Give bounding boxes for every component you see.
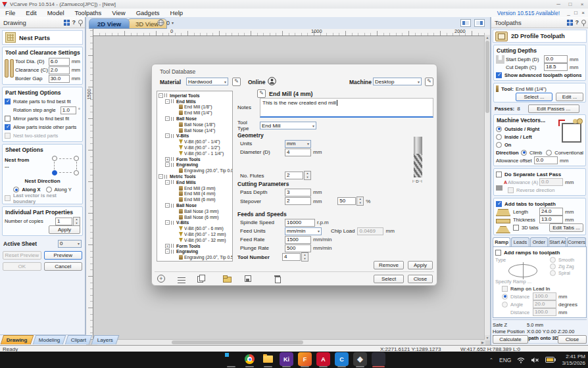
tree-item[interactable]: - Metric Tools (157, 173, 232, 179)
mirror-parts-checkbox[interactable] (5, 116, 11, 122)
edit-passes-button[interactable]: Edit Passes ... (528, 104, 579, 113)
add-tabs-checkbox[interactable] (496, 201, 502, 207)
tree-item[interactable]: Engraving (20.0°, Tip 0.5 - 6 (157, 254, 232, 260)
tree-expander-icon[interactable]: - (165, 116, 170, 121)
dock-right-panel-button[interactable] (474, 19, 485, 27)
calculate-button[interactable]: Calculate (493, 335, 528, 344)
toolpath-close-button[interactable]: Close (558, 335, 587, 344)
tree-expander-icon[interactable]: - (159, 93, 163, 98)
windows-start-icon[interactable] (224, 352, 238, 366)
tab-clipart[interactable]: Clipart (65, 335, 93, 344)
ramp-distance-input[interactable]: 100.0 (533, 292, 556, 300)
wifi-icon[interactable] (517, 357, 525, 363)
close-button[interactable]: × (576, 1, 588, 7)
apply-button[interactable]: Apply (49, 225, 80, 234)
tab-modeling[interactable]: Modeling (32, 335, 66, 344)
tree-item[interactable]: End Mill (1/8") (157, 104, 232, 110)
tab-2d-view[interactable]: 2D View (89, 18, 130, 29)
dialog-close-button[interactable]: Close (408, 275, 433, 283)
outside-right-radio[interactable] (496, 126, 502, 132)
ki-app-icon[interactable]: Ki (280, 352, 293, 366)
vcarve-taskbar-icon[interactable] (372, 352, 385, 366)
tree-item[interactable]: - Imperial Tools (157, 93, 232, 99)
tree-item[interactable]: V-Bit (60.0° - 1/4") (157, 139, 232, 145)
tree-expander-icon[interactable]: - (165, 99, 170, 104)
dialog-apply-button[interactable]: Apply (408, 261, 433, 269)
inside-left-radio[interactable] (496, 134, 502, 140)
mdi-restore-button[interactable]: □ (572, 10, 579, 16)
active-sheet-select[interactable]: 0▾ (58, 240, 82, 248)
two-sided-checkbox[interactable] (5, 133, 11, 139)
dialog-select-button[interactable]: Select (374, 275, 404, 283)
clock[interactable]: 2:41 PM 3/15/2026 (562, 354, 585, 367)
feed-units-select[interactable]: mm/min▾ (285, 227, 322, 235)
tree-item[interactable]: End Mill (1/4") (157, 110, 232, 116)
tree-item[interactable]: End Mill (3 mm) (157, 185, 232, 191)
panel-grid-icon[interactable] (64, 20, 70, 26)
tree-item[interactable]: - End Mills (157, 179, 232, 185)
tree-expander-icon[interactable]: - (165, 249, 170, 254)
tab-length-input[interactable]: 24.0 (539, 208, 563, 216)
tree-expander-icon[interactable]: + (165, 157, 170, 162)
tree-expander-icon[interactable]: - (165, 203, 170, 208)
stepover-pct-input[interactable]: 50 (337, 197, 356, 205)
tree-item[interactable]: Engraving (20.0°, Tip 0.02 - (157, 168, 232, 173)
ramp-lead-in-checkbox[interactable] (502, 286, 508, 292)
tool-number-spinner[interactable]: ▲▼ (301, 252, 308, 262)
tree-expander-icon[interactable]: - (159, 174, 163, 179)
pin-icon[interactable] (581, 20, 585, 26)
rotate-parts-checkbox[interactable] (5, 99, 11, 104)
nest-from-bottom-right-radio[interactable] (74, 170, 79, 175)
edit-tool-name-icon[interactable]: ✎ (257, 89, 266, 98)
preview-button[interactable]: Preview (44, 251, 83, 260)
copy-tool-icon[interactable] (197, 275, 205, 283)
tab-corners[interactable]: Corners (567, 237, 586, 246)
smooth-radio[interactable] (550, 257, 556, 263)
remove-button[interactable]: Remove (374, 261, 404, 269)
edit-tool-button[interactable]: Edit ... (556, 93, 583, 101)
plunge-rate-input[interactable]: 500 (285, 244, 311, 252)
new-group-icon[interactable] (178, 277, 185, 283)
tree-expander-icon[interactable]: - (165, 220, 170, 225)
muted-speaker-icon[interactable] (531, 357, 539, 363)
climb-radio[interactable] (521, 150, 527, 156)
edit-tabs-button[interactable]: Edit Tabs ... (549, 223, 583, 232)
dock-left-panel-button[interactable] (460, 19, 471, 27)
edit-material-icon[interactable]: ✎ (232, 78, 241, 86)
tree-item[interactable]: V-Bit (90.0° - 1/2") (157, 145, 232, 150)
tab-order[interactable]: Order (530, 237, 548, 246)
cancel-button[interactable]: Cancel (44, 262, 83, 271)
tree-item[interactable]: End Mill (6 mm) (157, 196, 232, 202)
tool-type-select[interactable]: End Mill▾ (260, 122, 316, 129)
battery-icon[interactable] (545, 357, 556, 363)
value-input[interactable]: 6.0 (49, 58, 70, 66)
pass-depth-input[interactable]: 3 (285, 189, 311, 196)
reverse-direction-checkbox[interactable] (508, 187, 514, 193)
tree-item[interactable]: Ball Nose (1/8") (157, 122, 232, 127)
tab-start-at[interactable]: Start At (549, 237, 566, 246)
new-tool-icon[interactable] (157, 275, 165, 283)
tab-thickness-input[interactable]: 13.0 (539, 216, 563, 223)
tree-item[interactable]: V-Bit (90.0° - 32 mm) (157, 237, 232, 243)
tree-item[interactable]: - End Mills (157, 99, 232, 104)
tree-expander-icon[interactable]: - (165, 133, 170, 138)
tree-expander-icon[interactable]: - (165, 180, 170, 185)
nest-from-top-left-radio[interactable] (52, 156, 57, 161)
nest-from-top-right-radio[interactable] (74, 156, 79, 161)
tree-expander-icon[interactable]: - (165, 162, 170, 167)
machine-select[interactable]: Desktop▾ (373, 78, 422, 85)
tool-number-input[interactable]: 4 (282, 253, 301, 261)
last-vector-checkbox[interactable] (5, 195, 11, 201)
advanced-options-checkbox[interactable] (496, 72, 502, 78)
spiral-radio[interactable] (550, 270, 556, 276)
delete-tool-icon[interactable] (274, 275, 282, 283)
tree-expander-icon[interactable]: + (165, 244, 170, 248)
rotation-step-input[interactable]: 1.0 (61, 106, 76, 114)
edit-machine-icon[interactable]: ✎ (425, 78, 433, 86)
tab-leads[interactable]: Leads (511, 237, 529, 246)
add-ramps-checkbox[interactable] (495, 250, 501, 256)
tab-layers[interactable]: Layers (91, 335, 120, 344)
c-app-icon[interactable]: C (335, 352, 349, 366)
menu-item-model[interactable]: Model (42, 9, 70, 16)
last-pass-allowance-input[interactable]: 0.0 (539, 178, 563, 186)
